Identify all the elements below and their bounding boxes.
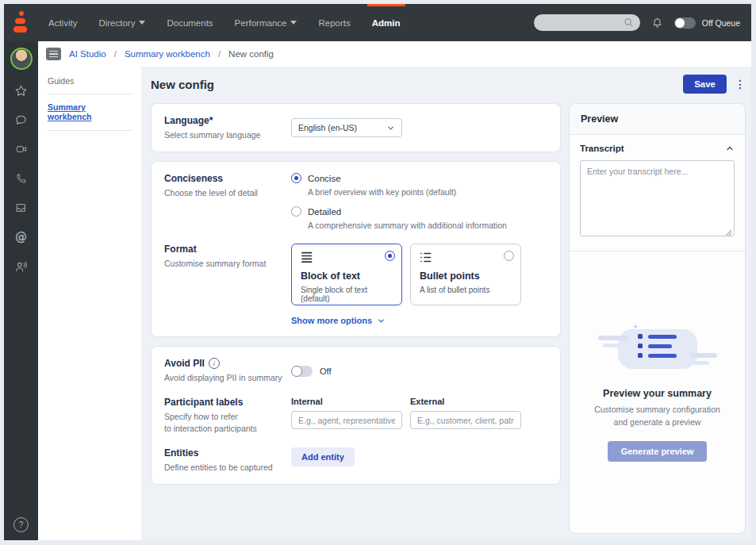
add-entity-button[interactable]: Add entity xyxy=(291,447,355,466)
language-card: Language* Select summary language Englis… xyxy=(151,103,561,152)
breadcrumb-current: New config xyxy=(228,49,274,59)
info-icon[interactable]: i xyxy=(209,358,220,369)
save-button[interactable]: Save xyxy=(683,75,727,94)
nav-items: Activity Directory Documents Performance… xyxy=(48,4,401,41)
pii-participants-entities-card: Avoid PIIi Avoid displaying PII in summa… xyxy=(151,346,561,485)
radio-selected-icon xyxy=(385,251,395,261)
internal-input[interactable] xyxy=(291,411,402,429)
person-audio-icon xyxy=(14,260,28,274)
bullet-points-icon xyxy=(420,251,512,264)
radio-selected-icon xyxy=(291,173,301,183)
radio-option-detailed[interactable]: Detailed xyxy=(291,206,507,217)
divider xyxy=(48,94,132,94)
calls-button[interactable] xyxy=(13,171,30,186)
video-button[interactable] xyxy=(13,141,30,157)
transcript-textarea[interactable] xyxy=(580,160,735,236)
breadcrumb: AI Studio / Summary workbench / New conf… xyxy=(38,41,751,67)
nav-item-admin[interactable]: Admin xyxy=(372,4,401,41)
breadcrumb-link-summary-workbench[interactable]: Summary workbench xyxy=(125,49,210,59)
breadcrumb-link-ai-studio[interactable]: AI Studio xyxy=(69,49,106,59)
interactions-button[interactable]: @ xyxy=(13,229,30,245)
block-of-text-icon xyxy=(301,251,393,264)
sidebar-item-summary-workbench[interactable]: Summary workbench xyxy=(48,102,132,121)
radio-option-concise[interactable]: Concise xyxy=(291,173,507,183)
transcript-label: Transcript xyxy=(580,144,624,153)
nav-item-reports[interactable]: Reports xyxy=(318,4,350,41)
format-label: Format xyxy=(164,244,291,255)
bullet-list-illustration-icon xyxy=(638,334,677,358)
nav-item-activity[interactable]: Activity xyxy=(48,4,77,41)
agent-assist-button[interactable] xyxy=(13,259,30,274)
nav-item-performance[interactable]: Performance xyxy=(235,4,297,41)
page-header: New config Save ⋮ xyxy=(151,75,746,94)
preview-empty-title: Preview your summary xyxy=(603,388,712,399)
off-queue-label: Off Queue xyxy=(702,18,740,28)
phone-icon xyxy=(15,172,28,185)
chevron-up-icon xyxy=(725,144,735,153)
page-title: New config xyxy=(151,78,214,91)
radio-option-desc: A comprehensive summary with additional … xyxy=(308,221,507,230)
language-label: Language* xyxy=(164,115,291,126)
nav-item-label: Admin xyxy=(372,18,401,28)
divider xyxy=(48,130,132,131)
pii-toggle[interactable] xyxy=(291,366,313,377)
generate-preview-button[interactable]: Generate preview xyxy=(608,441,708,462)
internal-label: Internal xyxy=(291,397,402,406)
format-card-desc: A list of bullet points xyxy=(420,286,512,294)
search-icon xyxy=(624,17,634,28)
radio-option-label: Concise xyxy=(308,174,341,183)
format-card-bullet-points[interactable]: Bullet points A list of bullet points xyxy=(410,244,521,305)
language-select-value: English (en-US) xyxy=(298,123,357,132)
queue-status-toggle[interactable] xyxy=(674,17,696,29)
participant-labels-label: Participant labels xyxy=(164,397,291,408)
nav-item-documents[interactable]: Documents xyxy=(167,4,213,41)
external-input[interactable] xyxy=(410,411,521,429)
inbox-tray-icon xyxy=(14,201,28,214)
format-card-block-of-text[interactable]: Block of text Single block of text (defa… xyxy=(291,244,402,305)
conciseness-label: Conciseness xyxy=(164,173,291,184)
secondary-sidebar: Guides Summary workbench xyxy=(38,67,141,540)
inbox-button[interactable] xyxy=(13,200,30,216)
hamburger-menu-button[interactable] xyxy=(46,48,61,60)
radio-unselected-icon xyxy=(291,206,301,217)
show-more-options-link[interactable]: Show more options xyxy=(291,316,521,325)
conciseness-format-card: Conciseness Choose the level of detail C… xyxy=(151,161,561,337)
language-select[interactable]: English (en-US) xyxy=(291,118,402,137)
nav-item-label: Activity xyxy=(48,18,77,28)
external-label: External xyxy=(410,397,521,406)
user-avatar[interactable] xyxy=(10,48,33,70)
bell-icon xyxy=(651,17,663,29)
chat-bubble-icon xyxy=(14,113,28,127)
conciseness-sublabel: Choose the level of detail xyxy=(164,187,291,198)
video-camera-icon xyxy=(14,143,29,155)
global-search xyxy=(534,14,640,31)
pii-label: Avoid PIIi xyxy=(164,358,291,369)
top-nav: Activity Directory Documents Performance… xyxy=(4,4,751,41)
help-button[interactable]: ? xyxy=(13,517,29,532)
format-card-title: Block of text xyxy=(301,271,393,282)
page-background: Activity Directory Documents Performance… xyxy=(0,0,756,545)
star-icon xyxy=(14,84,28,98)
toggle-knob xyxy=(291,366,302,377)
conciseness-options: Concise A brief overview with key points… xyxy=(291,173,507,230)
preview-empty-desc: Customise summary configurationand gener… xyxy=(594,404,720,429)
format-card-title: Bullet points xyxy=(420,271,512,282)
sidebar-guides-label: Guides xyxy=(48,76,132,86)
breadcrumb-separator: / xyxy=(218,49,221,59)
nav-item-directory[interactable]: Directory xyxy=(98,4,145,41)
search-input[interactable] xyxy=(540,17,624,29)
more-options-kebab-icon[interactable]: ⋮ xyxy=(735,78,746,90)
sparkle-icon: ✦ xyxy=(633,323,639,331)
entities-label: Entities xyxy=(164,447,291,459)
notifications-button[interactable] xyxy=(651,17,663,29)
nav-item-label: Performance xyxy=(235,18,287,28)
nav-item-label: Reports xyxy=(318,18,350,28)
entities-sublabel: Define entities to be captured xyxy=(164,462,291,473)
transcript-collapse-button[interactable] xyxy=(725,144,735,153)
chevron-down-icon xyxy=(386,124,395,132)
radio-option-desc: A brief overview with key points (defaul… xyxy=(308,187,507,197)
chat-button[interactable] xyxy=(13,112,30,128)
favorites-button[interactable] xyxy=(13,83,30,98)
chevron-down-icon xyxy=(377,317,386,325)
question-mark-icon: ? xyxy=(19,520,24,529)
